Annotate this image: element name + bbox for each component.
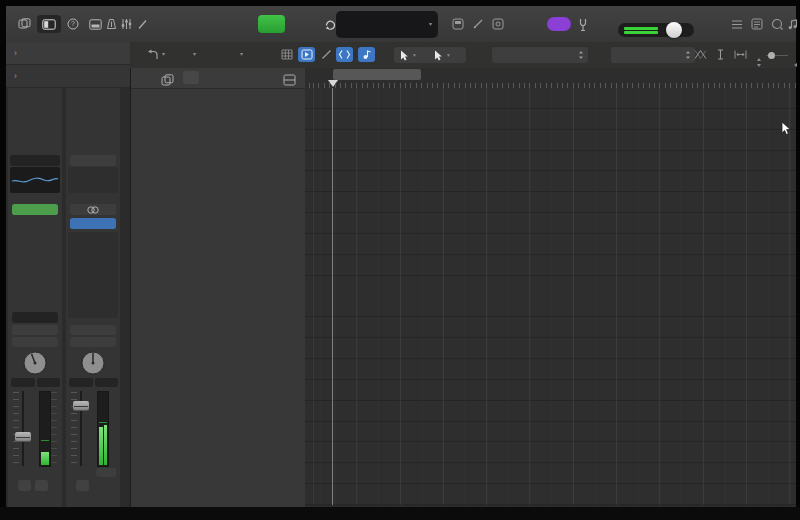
playhead-line bbox=[332, 88, 333, 505]
strip-title[interactable] bbox=[10, 155, 60, 166]
lcd-chevron-icon[interactable]: ▾ bbox=[429, 20, 432, 27]
level-meter bbox=[39, 391, 51, 467]
bar-ruler[interactable] bbox=[305, 68, 796, 89]
svg-text:?: ? bbox=[71, 20, 75, 27]
grid-icon[interactable] bbox=[278, 47, 295, 62]
playhead-marker[interactable] bbox=[328, 80, 338, 87]
list-editors-icon[interactable] bbox=[728, 15, 746, 33]
autopunch-icon[interactable] bbox=[336, 47, 353, 62]
disclosure-icon[interactable]: › bbox=[14, 48, 17, 58]
main-toolbar: ? bbox=[6, 6, 796, 43]
play-button[interactable] bbox=[258, 15, 285, 33]
group-slot[interactable] bbox=[70, 325, 116, 335]
track-lanes[interactable] bbox=[305, 88, 796, 505]
mute-button[interactable] bbox=[18, 480, 31, 491]
solo-button[interactable] bbox=[35, 480, 48, 491]
track-inspector-header[interactable]: › bbox=[6, 65, 130, 88]
arrange-area bbox=[305, 68, 796, 507]
mouse-cursor bbox=[781, 121, 792, 136]
master-meter-left bbox=[624, 27, 658, 30]
vertical-zoom-icon bbox=[756, 53, 761, 58]
meter-fill-left bbox=[99, 427, 103, 465]
forward-button[interactable] bbox=[215, 15, 237, 33]
meter-fill bbox=[41, 452, 49, 465]
pan-knob[interactable] bbox=[22, 350, 48, 380]
level-meter bbox=[97, 391, 109, 467]
edit-menu[interactable]: ▾ bbox=[162, 48, 165, 58]
crossfade-icon[interactable] bbox=[692, 47, 709, 62]
auto-zoom-icon[interactable] bbox=[732, 47, 749, 62]
drag-select[interactable] bbox=[611, 47, 695, 63]
vertical-zoom-slider[interactable] bbox=[766, 55, 788, 56]
instrument-slot[interactable] bbox=[12, 204, 58, 215]
fader-track[interactable] bbox=[22, 391, 24, 466]
tuner-icon[interactable] bbox=[574, 15, 592, 33]
snap-select[interactable] bbox=[492, 47, 588, 63]
catch-playhead-icon[interactable] bbox=[144, 47, 161, 62]
peak-mark bbox=[41, 440, 49, 441]
view-menu[interactable]: ▾ bbox=[240, 48, 243, 58]
disclosure-icon[interactable]: › bbox=[14, 71, 17, 81]
quick-help-icon[interactable]: ? bbox=[64, 15, 82, 33]
rewind-button[interactable] bbox=[190, 15, 212, 33]
eq-slot[interactable] bbox=[68, 167, 118, 193]
plugin-slot[interactable] bbox=[70, 218, 116, 229]
solo-mode-icon[interactable] bbox=[489, 15, 507, 33]
track-list bbox=[130, 68, 307, 507]
solo-off-button[interactable] bbox=[183, 71, 199, 84]
peak-db-value bbox=[37, 378, 60, 387]
record-button[interactable] bbox=[289, 15, 305, 33]
stop-button[interactable] bbox=[240, 15, 256, 33]
mute-button[interactable] bbox=[76, 480, 89, 491]
output-slot[interactable] bbox=[12, 312, 58, 323]
channel-strip-output bbox=[66, 88, 120, 507]
functions-menu[interactable]: ▾ bbox=[193, 48, 196, 58]
pan-knob[interactable] bbox=[80, 350, 106, 380]
bottom-edge bbox=[0, 507, 800, 520]
media-browser-icon[interactable] bbox=[785, 15, 800, 33]
loop-browser-icon[interactable] bbox=[768, 15, 785, 33]
cycle-region[interactable] bbox=[333, 69, 421, 80]
library-icon[interactable] bbox=[14, 15, 34, 33]
channel-strip-track bbox=[8, 88, 62, 507]
logic-pro-window: ? bbox=[0, 0, 800, 520]
duplicate-track-icon[interactable] bbox=[161, 72, 174, 90]
empty-fx-area bbox=[68, 232, 118, 318]
stereo-format-icon[interactable] bbox=[70, 204, 116, 215]
master-volume-slider[interactable] bbox=[618, 23, 694, 37]
record-enable-icon[interactable] bbox=[306, 15, 322, 33]
channel-strip-area bbox=[6, 88, 130, 507]
automation-mode[interactable] bbox=[12, 337, 58, 347]
count-in-badge[interactable] bbox=[547, 17, 571, 31]
marker-icon[interactable] bbox=[449, 15, 467, 33]
automation-pencil-icon[interactable] bbox=[318, 47, 335, 62]
group-slot[interactable] bbox=[12, 325, 58, 335]
note-pads-icon[interactable] bbox=[748, 15, 766, 33]
meter-fill-right bbox=[104, 425, 108, 465]
catch-mode-icon[interactable] bbox=[298, 47, 315, 62]
tracks-area-menubar: ▾ ▾ ▾ ▾ ▾ bbox=[130, 42, 796, 69]
region-inspector-header[interactable]: › bbox=[6, 42, 130, 65]
pencil-icon[interactable] bbox=[134, 15, 150, 33]
volume-db-value[interactable] bbox=[11, 378, 35, 387]
volume-fader[interactable] bbox=[15, 432, 31, 442]
setting-slot[interactable] bbox=[70, 155, 116, 166]
mixer-icon[interactable] bbox=[118, 15, 134, 33]
peak-mark bbox=[99, 422, 107, 423]
bounce-button[interactable] bbox=[96, 468, 116, 477]
cmd-click-tool-select[interactable]: ▾ bbox=[428, 47, 466, 63]
inspector-headers: › › bbox=[6, 42, 130, 88]
inspector-toggle-icon[interactable] bbox=[37, 15, 61, 33]
fader-scale bbox=[13, 392, 19, 464]
master-volume-knob[interactable] bbox=[666, 22, 682, 38]
peak-db-value bbox=[95, 378, 118, 387]
volume-db-value[interactable] bbox=[69, 378, 93, 387]
marquee-icon[interactable] bbox=[712, 47, 729, 62]
low-latency-icon[interactable] bbox=[358, 47, 375, 62]
pencil-tool-icon[interactable] bbox=[469, 15, 487, 33]
eq-thumbnail[interactable] bbox=[10, 167, 60, 193]
track-zoom-icon[interactable] bbox=[283, 72, 296, 90]
lcd-display[interactable]: ▾ bbox=[336, 11, 438, 38]
automation-mode[interactable] bbox=[70, 337, 116, 347]
volume-fader[interactable] bbox=[73, 401, 89, 411]
